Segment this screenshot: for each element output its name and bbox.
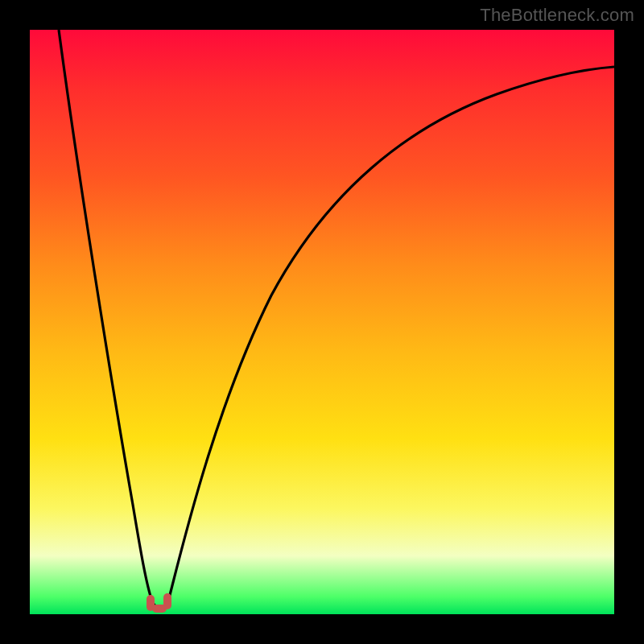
watermark-text: TheBottleneck.com: [480, 5, 634, 26]
chart-frame: TheBottleneck.com: [0, 0, 644, 644]
plot-area: [30, 30, 614, 614]
bottleneck-curve: [30, 30, 614, 614]
min-marker-right: [163, 593, 171, 609]
